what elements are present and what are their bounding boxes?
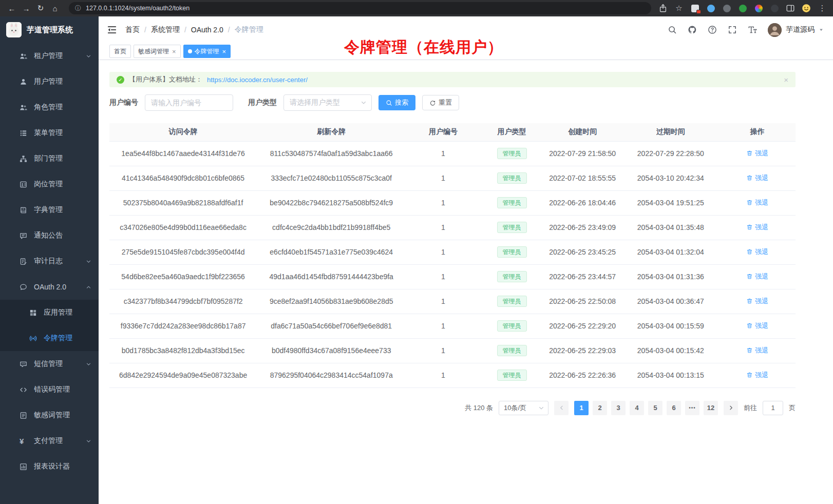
share-icon[interactable] [658, 4, 668, 13]
sidebar-item-6[interactable]: 字典管理 [0, 197, 99, 223]
blue-extension-icon[interactable] [706, 4, 715, 13]
sidebar-item-9[interactable]: OAuth 2.0 [0, 274, 99, 300]
tab-1[interactable]: 敏感词管理× [134, 45, 181, 58]
breadcrumb-item-0[interactable]: 首页 [125, 25, 140, 34]
alert-doc-link[interactable]: https://doc.iocoder.cn/user-center/ [207, 76, 308, 84]
back-icon[interactable]: ← [5, 2, 18, 14]
sidebar-item-12[interactable]: 短信管理 [0, 351, 99, 377]
search-icon[interactable] [668, 25, 677, 34]
user-no-input[interactable] [145, 94, 233, 111]
sidebar-fold-icon[interactable] [107, 25, 117, 35]
cell-create-time: 2022-06-25 22:50:08 [543, 289, 622, 314]
breadcrumb-separator: / [228, 26, 230, 34]
pager-prev-button[interactable] [554, 401, 569, 415]
column-header-5: 过期时间 [622, 123, 720, 141]
site-info-icon[interactable]: ⓘ [75, 4, 81, 13]
home-icon[interactable]: ⌂ [48, 2, 62, 14]
close-icon[interactable]: × [222, 48, 226, 55]
user-type-select[interactable]: 请选择用户类型 [283, 94, 372, 111]
goto-page-input[interactable] [763, 401, 783, 415]
page-button-3[interactable]: 3 [611, 401, 626, 415]
force-logout-button[interactable]: 强退 [746, 272, 768, 281]
column-header-0: 访问令牌 [109, 123, 257, 141]
profile-smiley-icon[interactable] [802, 4, 811, 13]
cell-refresh-token: b0df4980ffd34c67a08f9156e4eee733 [257, 338, 406, 363]
grid-extension-icon[interactable] [690, 4, 699, 13]
page-button-12[interactable]: 12 [704, 401, 718, 415]
font-size-icon[interactable] [748, 25, 757, 34]
reset-button[interactable]: 重置 [422, 95, 459, 110]
force-logout-button[interactable]: 强退 [746, 321, 768, 331]
sidebar-item-0[interactable]: 租户管理 [0, 43, 99, 69]
tab-0[interactable]: 首页 [109, 45, 131, 58]
force-logout-button[interactable]: 强退 [746, 149, 768, 158]
gray-extension-icon[interactable] [722, 4, 731, 13]
page-button-2[interactable]: 2 [593, 401, 607, 415]
success-check-icon: ✓ [117, 76, 124, 84]
cell-action: 强退 [720, 338, 796, 363]
sidebar-item-1[interactable]: 用户管理 [0, 69, 99, 94]
page-button-4[interactable]: 4 [630, 401, 644, 415]
address-bar[interactable]: ⓘ 127.0.0.1:1024/system/oauth2/token [69, 2, 651, 14]
word-icon [20, 412, 27, 419]
reload-icon[interactable]: ↻ [34, 2, 47, 14]
sidebar-item-3[interactable]: 菜单管理 [0, 120, 99, 146]
page-button-1[interactable]: 1 [574, 401, 589, 415]
sidebar-item-10[interactable]: 应用管理 [0, 300, 99, 325]
chevron-left-icon [559, 405, 564, 411]
force-logout-button[interactable]: 强退 [746, 198, 768, 207]
user-type-badge: 管理员 [497, 222, 527, 233]
sidebar-item-4[interactable]: 部门管理 [0, 146, 99, 171]
search-button[interactable]: 搜索 [378, 95, 415, 110]
pager-ellipsis[interactable]: ••• [685, 401, 699, 415]
fullscreen-icon[interactable] [728, 25, 737, 34]
force-logout-button[interactable]: 强退 [746, 223, 768, 232]
alert-close-icon[interactable]: × [784, 76, 788, 84]
sidebar-item-label: 敏感词管理 [34, 411, 70, 420]
page-button-6[interactable]: 6 [667, 401, 681, 415]
forward-icon[interactable]: → [20, 2, 33, 14]
sidebar-item-8[interactable]: 审计日志 [0, 248, 99, 274]
force-logout-label: 强退 [755, 223, 768, 232]
force-logout-button[interactable]: 强退 [746, 346, 768, 355]
sidebar-item-16[interactable]: 报表设计器 [0, 454, 99, 479]
force-logout-button[interactable]: 强退 [746, 173, 768, 183]
cell-user-no: 1 [406, 363, 481, 387]
rainbow-extension-icon[interactable] [754, 4, 763, 13]
more-menu-icon[interactable]: ⋮ [818, 4, 827, 13]
question-icon[interactable] [708, 25, 717, 34]
sidebar-item-label: 岗位管理 [34, 180, 63, 189]
chevron-right-icon [728, 405, 734, 411]
tab-2[interactable]: 令牌管理× [183, 45, 231, 58]
chevron-down-icon [86, 438, 91, 444]
chevron-down-icon [538, 405, 544, 411]
force-logout-button[interactable]: 强退 [746, 297, 768, 306]
pager-next-button[interactable] [724, 401, 738, 415]
cell-action: 强退 [720, 215, 796, 240]
split-view-icon[interactable] [786, 4, 795, 13]
close-icon[interactable]: × [172, 48, 176, 55]
sidebar-item-7[interactable]: 通知公告 [0, 223, 99, 248]
user-menu[interactable]: 芋道源码 [768, 23, 824, 37]
breadcrumb-item-1[interactable]: 系统管理 [151, 25, 180, 34]
dark-extension-icon[interactable] [770, 4, 779, 13]
page-button-5[interactable]: 5 [648, 401, 662, 415]
sidebar-item-label: 支付管理 [34, 436, 63, 445]
page-size-select[interactable]: 10条/页 [499, 401, 548, 415]
cell-expire-time: 2054-03-04 00:36:47 [622, 289, 720, 314]
sidebar-item-5[interactable]: 岗位管理 [0, 171, 99, 197]
sidebar-item-11[interactable]: 令牌管理 [0, 325, 99, 351]
cell-user-type: 管理员 [481, 338, 543, 363]
sidebar-item-2[interactable]: 角色管理 [0, 94, 99, 120]
green-extension-icon[interactable] [738, 4, 747, 13]
force-logout-button[interactable]: 强退 [746, 371, 768, 380]
sidebar-item-14[interactable]: 敏感词管理 [0, 402, 99, 428]
notice-icon [20, 232, 27, 240]
force-logout-button[interactable]: 强退 [746, 247, 768, 257]
star-icon[interactable]: ☆ [674, 4, 684, 13]
breadcrumb-item-2[interactable]: OAuth 2.0 [191, 26, 223, 34]
github-icon[interactable] [688, 25, 697, 34]
sidebar-item-15[interactable]: ¥支付管理 [0, 428, 99, 454]
sidebar-item-13[interactable]: 错误码管理 [0, 377, 99, 402]
breadcrumb-separator: / [184, 26, 186, 34]
